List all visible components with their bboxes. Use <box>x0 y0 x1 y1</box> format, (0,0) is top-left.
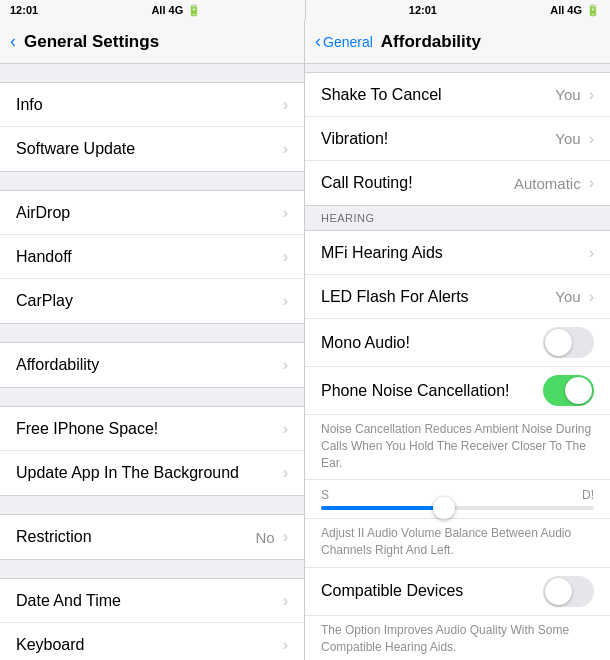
chevron-right-icon: › <box>589 244 594 262</box>
slider-right-label: D! <box>582 488 594 502</box>
left-settings-content: Info › Software Update › AirDrop › Hando… <box>0 64 304 660</box>
toggle-knob <box>545 329 572 356</box>
chevron-right-icon: › <box>283 356 288 374</box>
battery-right-icon: 🔋 <box>586 4 600 17</box>
right-panel: ‹ General Affordability Shake To Cancel … <box>305 0 610 660</box>
right-nav-header: ‹ General Affordability <box>305 20 610 64</box>
vibration-label: Vibration! <box>321 130 555 148</box>
list-item[interactable]: CarPlay › <box>0 279 304 323</box>
top-settings-group: Shake To Cancel You › Vibration! You › C… <box>305 72 610 206</box>
call-routing-label: Call Routing! <box>321 174 514 192</box>
audio-balance-slider-container: S D! <box>305 480 610 519</box>
toggle-knob <box>565 377 592 404</box>
compatible-devices-item: Compatible Devices <box>305 568 610 616</box>
item-label: AirDrop <box>16 204 279 222</box>
item-label: CarPlay <box>16 292 279 310</box>
item-label: Software Update <box>16 140 279 158</box>
slider-description: Adjust II Audio Volume Balance Between A… <box>305 519 610 568</box>
list-item[interactable]: Info › <box>0 83 304 127</box>
chevron-right-icon: › <box>283 592 288 610</box>
slider-left-label: S <box>321 488 329 502</box>
vibration-item[interactable]: Vibration! You › <box>305 117 610 161</box>
battery-left-icon: 🔋 <box>187 4 201 17</box>
compatible-devices-description: The Option Improves Audio Quality With S… <box>305 616 610 660</box>
status-left-network: All 4G 🔋 <box>141 0 211 20</box>
settings-group-1: Info › Software Update › <box>0 82 304 172</box>
list-item[interactable]: Update App In The Background › <box>0 451 304 495</box>
chevron-right-icon: › <box>283 420 288 438</box>
list-item[interactable]: Software Update › <box>0 127 304 171</box>
back-chevron-icon: ‹ <box>10 31 16 52</box>
chevron-right-icon: › <box>589 288 594 306</box>
mono-audio-toggle[interactable] <box>543 327 594 358</box>
left-panel: ‹ General Settings Info › Software Updat… <box>0 0 305 660</box>
settings-group-2: AirDrop › Handoff › CarPlay › <box>0 190 304 324</box>
time-left: 12:01 <box>10 4 38 16</box>
settings-group-5: Restriction No › <box>0 514 304 560</box>
back-button[interactable]: General <box>323 34 373 50</box>
list-item[interactable]: Keyboard › <box>0 623 304 660</box>
shake-cancel-value: You <box>555 86 580 103</box>
item-label: Date And Time <box>16 592 279 610</box>
restriction-item[interactable]: Restriction No › <box>0 515 304 559</box>
list-item[interactable]: Free IPhone Space! › <box>0 407 304 451</box>
status-right-time: 12:01 <box>399 0 447 20</box>
compatible-devices-toggle[interactable] <box>543 576 594 607</box>
call-routing-item[interactable]: Call Routing! Automatic › <box>305 161 610 205</box>
chevron-right-icon: › <box>283 140 288 158</box>
chevron-right-icon: › <box>283 464 288 482</box>
item-label: Free IPhone Space! <box>16 420 279 438</box>
list-item[interactable]: Handoff › <box>0 235 304 279</box>
chevron-right-icon: › <box>283 636 288 654</box>
item-label: Handoff <box>16 248 279 266</box>
noise-cancellation-description: Noise Cancellation Reduces Ambient Noise… <box>305 415 610 480</box>
chevron-right-icon: › <box>283 292 288 310</box>
chevron-right-icon: › <box>283 528 288 546</box>
slider-track <box>321 506 594 510</box>
toggle-knob <box>545 578 572 605</box>
chevron-right-icon: › <box>283 248 288 266</box>
hearing-label: HEARING <box>321 212 375 224</box>
hearing-settings-group: MFi Hearing Aids › LED Flash For Alerts … <box>305 230 610 660</box>
status-bar: 12:01 All 4G 🔋 12:01 All 4G 🔋 <box>0 0 610 20</box>
restriction-value: No <box>255 529 274 546</box>
led-flash-item[interactable]: LED Flash For Alerts You › <box>305 275 610 319</box>
list-item[interactable]: Affordability › <box>0 343 304 387</box>
call-routing-value: Automatic <box>514 175 581 192</box>
chevron-right-icon: › <box>283 204 288 222</box>
chevron-right-icon: › <box>283 96 288 114</box>
compatible-devices-label: Compatible Devices <box>321 582 543 600</box>
list-item[interactable]: AirDrop › <box>0 191 304 235</box>
chevron-right-icon: › <box>589 86 594 104</box>
time-right: 12:01 <box>409 4 437 16</box>
item-label: Keyboard <box>16 636 279 654</box>
restriction-label: Restriction <box>16 528 255 546</box>
hearing-section-header: HEARING <box>305 206 610 230</box>
item-label: Info <box>16 96 279 114</box>
chevron-right-icon: › <box>589 174 594 192</box>
led-flash-value: You <box>555 288 580 305</box>
chevron-right-icon: › <box>589 130 594 148</box>
network-left: All 4G <box>151 4 183 16</box>
noise-cancellation-toggle[interactable] <box>543 375 594 406</box>
mfi-hearing-item[interactable]: MFi Hearing Aids › <box>305 231 610 275</box>
settings-group-3: Affordability › <box>0 342 304 388</box>
right-settings-content: Shake To Cancel You › Vibration! You › C… <box>305 64 610 660</box>
item-label: Affordability <box>16 356 279 374</box>
left-nav-header: ‹ General Settings <box>0 20 304 64</box>
item-label: Update App In The Background <box>16 464 279 482</box>
slider-labels: S D! <box>321 488 594 502</box>
led-flash-label: LED Flash For Alerts <box>321 288 555 306</box>
left-panel-title: General Settings <box>24 32 159 52</box>
slider-thumb[interactable] <box>433 497 455 519</box>
noise-cancellation-item: Phone Noise Cancellation! <box>305 367 610 415</box>
mono-audio-item: Mono Audio! <box>305 319 610 367</box>
network-right: All 4G <box>550 4 582 16</box>
shake-cancel-label: Shake To Cancel <box>321 86 555 104</box>
noise-cancellation-label: Phone Noise Cancellation! <box>321 382 543 400</box>
slider-fill <box>321 506 444 510</box>
settings-group-6: Date And Time › Keyboard › <box>0 578 304 660</box>
back-chevron-icon: ‹ <box>315 31 321 52</box>
shake-cancel-item[interactable]: Shake To Cancel You › <box>305 73 610 117</box>
list-item[interactable]: Date And Time › <box>0 579 304 623</box>
